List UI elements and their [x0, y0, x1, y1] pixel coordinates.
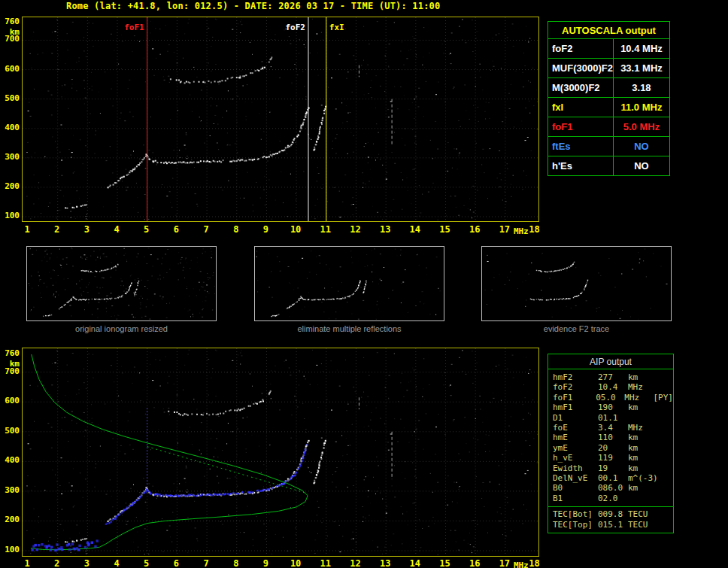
autoscala-row: MUF(3000)F233.1 MHz	[548, 59, 670, 78]
y-tick-label: 200	[0, 515, 20, 524]
y-tick-label: 100	[0, 211, 20, 220]
aip-cell: km	[628, 433, 658, 442]
aip-cell: km	[628, 483, 658, 493]
aip-row: hmF2277km	[548, 372, 673, 382]
autoscala-window: Rome (lat: +41.8, lon: 012.5) - DATE: 20…	[0, 0, 728, 568]
x-tick-label: 2	[49, 224, 65, 235]
x-tick-label: 6	[168, 224, 184, 235]
x-tick-label: 16	[466, 558, 483, 568]
y-axis-unit-label: km	[0, 359, 20, 369]
x-tick-label: 1	[19, 558, 35, 568]
x-tick-label: 10	[287, 224, 304, 235]
aip-cell: 086.0	[598, 483, 628, 493]
x-tick-label: 4	[108, 558, 125, 568]
aip-cell: 110	[598, 433, 628, 442]
aip-cell: 277	[598, 372, 628, 382]
aip-cell	[658, 463, 673, 473]
ionogram-plot-bottom: 760700600500400300200100km12345678910111…	[0, 346, 544, 568]
x-tick-label: 14	[407, 558, 423, 568]
thumbnail-caption-eliminate: eliminate multiple reflections	[254, 324, 444, 333]
autoscala-param-value: 3.18	[613, 78, 669, 98]
thumbnail-caption-original: original ionogram resized	[26, 324, 217, 333]
aip-tec-list: TEC[Bot]009.8TECUTEC[Top]015.1TECU	[548, 506, 673, 533]
x-tick-label: 18	[526, 224, 543, 235]
autoscala-row: h'EsNO	[548, 156, 670, 176]
aip-cell: MHz	[624, 393, 653, 402]
aip-cell: 015.1	[598, 520, 628, 530]
autoscala-param-label: foF1	[548, 117, 614, 137]
y-tick-label: 200	[0, 181, 20, 191]
thumbnail-eliminate-reflections	[254, 246, 444, 321]
x-tick-label: 13	[377, 224, 393, 235]
aip-cell	[658, 443, 673, 453]
x-tick-label: 7	[198, 224, 214, 235]
aip-row: ymE20km	[548, 443, 673, 453]
y-tick-label: 500	[0, 93, 20, 103]
y-tick-label: 100	[0, 545, 20, 554]
aip-cell	[628, 494, 658, 503]
x-tick-label: 4	[108, 224, 125, 235]
aip-output-title: AIP output	[548, 354, 673, 369]
aip-cell: TECU	[628, 520, 658, 530]
aip-cell: MHz	[628, 423, 658, 433]
x-tick-label: 17	[496, 224, 513, 235]
x-axis-unit-label: MHz	[514, 560, 529, 568]
aip-cell	[658, 372, 673, 382]
y-tick-label: 760	[0, 17, 20, 26]
y-tick-label: 300	[0, 152, 20, 162]
fxI-marker-label: fxI	[329, 23, 344, 32]
aip-cell: TEC[Bot]	[548, 509, 598, 519]
aip-cell: B1	[548, 494, 598, 503]
foF2-marker-label: foF2	[285, 23, 305, 32]
y-tick-label: 760	[0, 348, 20, 358]
aip-cell: foE	[548, 423, 598, 433]
foF1-marker-label: foF1	[124, 23, 144, 32]
aip-row: hmF1190km	[548, 402, 673, 412]
aip-cell: h_vE	[548, 453, 598, 463]
aip-cell	[658, 473, 673, 483]
aip-cell: km	[628, 372, 658, 382]
aip-cell: 02.0	[598, 494, 628, 503]
aip-cell: km	[628, 463, 658, 473]
aip-cell: 20	[598, 443, 628, 453]
aip-row: TEC[Bot]009.8TECU	[548, 509, 673, 519]
autoscala-row: fxI11.0 MHz	[548, 98, 670, 117]
x-tick-label: 15	[437, 558, 453, 568]
aip-cell	[658, 382, 673, 392]
aip-cell: ymE	[548, 443, 598, 453]
aip-output-panel: AIP output hmF2277kmfoF210.4MHzfoF105.0M…	[548, 354, 674, 533]
aip-row: foF105.0MHz[PY]	[548, 393, 673, 402]
x-tick-label: 15	[437, 224, 453, 235]
aip-cell: 3.4	[598, 423, 628, 433]
aip-cell: DelN_vE	[548, 473, 598, 483]
autoscala-param-label: M(3000)F2	[548, 78, 614, 98]
x-tick-label: 8	[228, 224, 244, 235]
x-tick-label: 11	[317, 224, 334, 235]
x-tick-label: 2	[49, 558, 65, 568]
aip-cell: hmF1	[548, 402, 598, 412]
aip-row: B0086.0km	[548, 483, 673, 493]
x-tick-label: 13	[377, 558, 393, 568]
y-tick-label: 300	[0, 485, 20, 495]
aip-row: Ewidth19km	[548, 463, 673, 473]
aip-cell: 190	[598, 402, 628, 412]
aip-cell: MHz	[628, 382, 658, 392]
autoscala-param-value: 10.4 MHz	[613, 39, 669, 59]
aip-row: hmE110km	[548, 433, 673, 442]
aip-row: foF210.4MHz	[548, 382, 673, 392]
aip-row: TEC[Top]015.1TECU	[548, 520, 673, 530]
y-tick-label: 600	[0, 396, 20, 405]
aip-cell	[658, 453, 673, 463]
aip-cell: Ewidth	[548, 463, 598, 473]
autoscala-param-value: 33.1 MHz	[613, 59, 669, 78]
aip-cell: km	[628, 402, 658, 412]
aip-cell: foF2	[548, 382, 598, 392]
autoscala-param-label: h'Es	[548, 156, 614, 176]
autoscala-row: ftEsNO	[548, 137, 670, 156]
autoscala-output-table: AUTOSCALA outputfoF210.4 MHzMUF(3000)F23…	[548, 21, 670, 176]
autoscala-param-value: 11.0 MHz	[613, 98, 669, 117]
x-tick-label: 7	[198, 558, 214, 568]
aip-cell: m^(-3)	[628, 473, 658, 483]
x-tick-label: 14	[407, 224, 423, 235]
y-tick-label: 600	[0, 64, 20, 74]
